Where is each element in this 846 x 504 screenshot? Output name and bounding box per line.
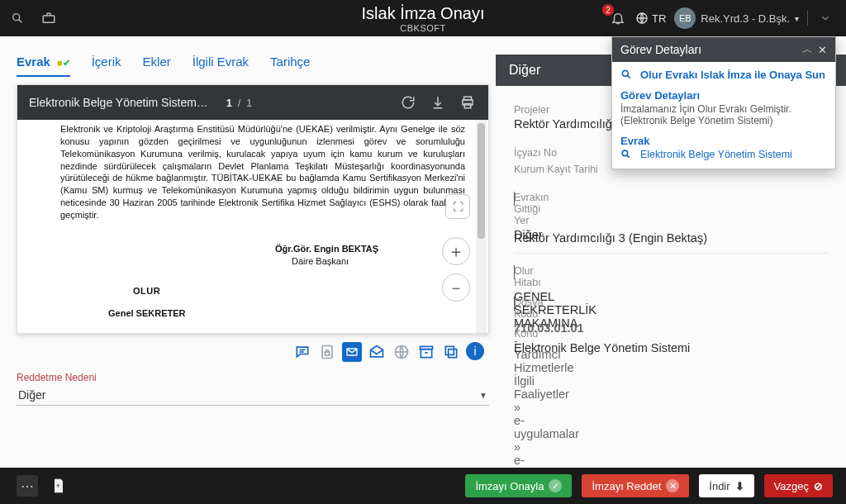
pdf-toolbar: Elektronik Belge Yönetim Sistem… 1 / 1	[17, 85, 488, 120]
cancel-icon: ⊘	[814, 480, 823, 492]
reject-reason-value: Diğer	[18, 388, 45, 402]
svg-line-22	[627, 155, 630, 158]
pdf-page-sep: /	[238, 97, 241, 109]
search-icon	[620, 149, 635, 159]
olur-hitabi-label: Olur Hitabı	[514, 265, 515, 288]
search-icon	[620, 69, 635, 80]
svg-rect-17	[449, 349, 457, 358]
tab-ekler[interactable]: Ekler	[143, 51, 171, 77]
gittigi-yer-label: Evrakın Gittiği Yer	[514, 192, 515, 226]
mail-icon[interactable]	[342, 342, 362, 362]
more-icon[interactable]: ⋯	[17, 475, 38, 497]
separator	[807, 11, 808, 26]
reject-reason-select[interactable]: Diğer ▼	[17, 385, 489, 406]
svg-point-0	[13, 14, 20, 21]
avatar: EB	[674, 7, 696, 29]
minimize-icon[interactable]: ︿	[802, 42, 813, 57]
zoom-out-icon[interactable]: －	[442, 273, 470, 302]
pdf-signer-name: Öğr.Gör. Engin BEKTAŞ	[60, 243, 465, 255]
cancel-button-label: Vazgeç	[774, 480, 809, 492]
svg-line-20	[627, 75, 630, 78]
pdf-page: Elektronik ve Kriptoloji Araştırma Ensti…	[17, 120, 488, 333]
download-button[interactable]: İndir ⬇	[699, 474, 753, 497]
page-subtitle: CBKSOFT	[400, 23, 445, 33]
zoom-in-icon[interactable]: ＋	[442, 237, 470, 265]
svg-point-21	[622, 150, 628, 156]
globe-icon[interactable]	[392, 342, 411, 362]
x-icon: ✕	[666, 479, 679, 492]
close-icon[interactable]: ✕	[818, 44, 827, 56]
fit-page-icon[interactable]: ⛶	[445, 194, 470, 219]
pdf-olur: OLUR	[60, 285, 465, 297]
search-icon[interactable]	[8, 9, 26, 27]
bottombar: ⋯ + İmzayı Onayla ✓ İmzayı Reddet ✕ İndi…	[0, 468, 846, 504]
rotate-icon[interactable]	[399, 93, 417, 112]
left-column: Evrak ■✔ İçerik Ekler İlgili Evrak Tarih…	[0, 36, 496, 468]
file-lock-icon[interactable]	[317, 342, 337, 362]
copy-icon[interactable]	[441, 342, 461, 362]
cancel-button[interactable]: Vazgeç ⊘	[764, 474, 833, 497]
page-title: Islak İmza Onayı	[362, 4, 485, 23]
field-dosya-kodu: Dosya Kodu 710.03.01.01 - Yardımcı Hizme…	[514, 297, 515, 311]
task-details-popup: Görev Detayları ︿ ✕ Olur Evrakı Islak İm…	[611, 36, 836, 169]
mail-open-icon[interactable]	[367, 342, 387, 362]
tab-tarihce[interactable]: Tarihçe	[270, 51, 310, 77]
user-menu[interactable]: EB Rek.Yrd.3 - D.Bşk. ▾	[674, 7, 799, 29]
svg-rect-18	[445, 346, 454, 354]
comment-icon[interactable]	[292, 342, 312, 362]
popup-body: Olur Evrakı Islak İmza ile Onaya Sun Gör…	[612, 62, 835, 169]
topbar: Islak İmza Onayı CBKSOFT 2 TR EB Rek.Yrd…	[0, 0, 846, 36]
pdf-page-indicator: 1 / 1	[226, 97, 252, 109]
briefcase-icon[interactable]	[40, 9, 58, 27]
popup-evrak-link[interactable]: Elektronik Belge Yönetim Sistemi	[620, 149, 827, 160]
tabs: Evrak ■✔ İçerik Ekler İlgili Evrak Tarih…	[17, 41, 489, 84]
user-role: Rek.Yrd.3 - D.Bşk.	[701, 12, 790, 25]
svg-rect-15	[421, 346, 433, 349]
dosya-kodu-label: Dosya Kodu	[514, 297, 515, 320]
popup-title: Görev Detayları	[620, 43, 701, 56]
approve-button[interactable]: İmzayı Onayla ✓	[465, 474, 572, 497]
popup-task-link[interactable]: Olur Evrakı Islak İmza ile Onaya Sun	[620, 69, 827, 81]
imza-row: Rektör Yardımcılığı 3 (Engin Bektaş)	[514, 223, 828, 254]
field-olur-hitabi: Olur Hitabı GENEL SEKRETERLİK MAKAMINA	[514, 265, 515, 280]
svg-line-1	[19, 20, 22, 23]
pdf-scrollbar-thumb[interactable]	[478, 123, 485, 239]
archive-icon[interactable]	[416, 342, 436, 362]
pdf-scrollbar[interactable]	[476, 120, 487, 333]
tab-evrak-status-icon: ■✔	[57, 58, 70, 69]
download-icon[interactable]	[429, 93, 447, 112]
popup-header: Görev Detayları ︿ ✕	[612, 37, 835, 62]
svg-point-19	[622, 70, 628, 76]
field-gittigi-yer: Evrakın Gittiği Yer Diğer	[514, 192, 515, 207]
svg-rect-11	[326, 352, 330, 355]
action-icon-row: i	[17, 334, 489, 372]
popup-details-text: İmzalamanız İçin Olur Evrakı Gelmiştir. …	[620, 103, 827, 126]
reject-reason-label: Reddetme Nedeni	[17, 372, 489, 383]
svg-rect-2	[43, 16, 55, 22]
svg-text:+: +	[55, 482, 59, 490]
tab-evrak[interactable]: Evrak ■✔	[17, 51, 70, 77]
print-icon[interactable]	[459, 93, 477, 112]
pdf-body-text: Elektronik ve Kriptoloji Araştırma Ensti…	[60, 123, 465, 221]
new-file-icon[interactable]: +	[48, 475, 69, 497]
popup-task-link-text: Olur Evrakı Islak İmza ile Onaya Sun	[640, 69, 825, 81]
pdf-signer-title: Daire Başkanı	[60, 255, 465, 268]
pdf-page-total: 1	[246, 97, 252, 109]
notification-icon[interactable]: 2	[609, 9, 627, 27]
download-button-label: İndir	[709, 480, 730, 492]
info-icon[interactable]: i	[466, 342, 484, 360]
chevron-down-icon[interactable]	[816, 9, 834, 27]
popup-evrak-link-text: Elektronik Belge Yönetim Sistemi	[640, 149, 792, 160]
language-switch[interactable]: TR	[635, 12, 666, 25]
popup-evrak-head: Evrak	[620, 135, 827, 147]
language-label: TR	[652, 12, 666, 25]
pdf-title: Elektronik Belge Yönetim Sistem…	[29, 96, 208, 109]
reject-button[interactable]: İmzayı Reddet ✕	[582, 474, 689, 497]
tab-evrak-label: Evrak	[17, 55, 50, 69]
download-icon: ⬇	[735, 480, 744, 492]
tab-ilgili-evrak[interactable]: İlgili Evrak	[192, 51, 249, 77]
konu-value: Elektronik Belge Yönetim Sistemi	[514, 341, 828, 354]
tab-icerik[interactable]: İçerik	[92, 51, 121, 77]
pdf-gensek: Genel SEKRETER	[60, 307, 465, 320]
reject-button-label: İmzayı Reddet	[592, 480, 661, 492]
